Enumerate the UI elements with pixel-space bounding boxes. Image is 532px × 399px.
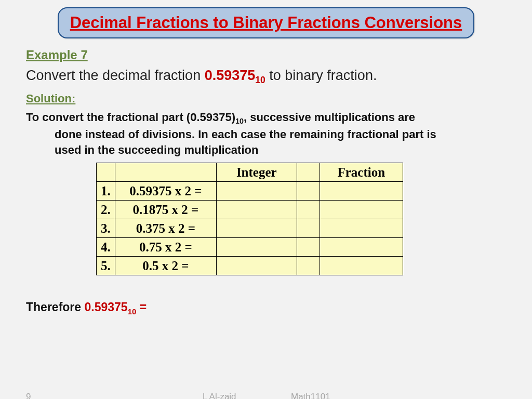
explanation: To convert the fractional part (0.59375)…: [26, 110, 506, 157]
solution-label: Solution:: [26, 92, 506, 105]
header-fraction: Fraction: [320, 163, 403, 182]
example-label: Example 7: [26, 48, 506, 62]
explain-l3: used in the succeeding multiplication: [26, 142, 506, 158]
row-num: 1.: [97, 182, 115, 201]
table-row: 1. 0.59375 x 2 =: [97, 182, 403, 201]
explain-l2: done instead of divisions. In each case …: [26, 127, 506, 142]
therefore-base: 10: [128, 307, 137, 316]
row-frac: [320, 219, 403, 238]
page-number: 9: [26, 392, 31, 399]
conversion-table: Integer Fraction 1. 0.59375 x 2 = 2. 0.1…: [96, 163, 403, 275]
row-frac: [320, 201, 403, 219]
table-row: 5. 0.5 x 2 =: [97, 257, 403, 275]
row-int: [216, 257, 297, 275]
header-integer: Integer: [216, 163, 297, 182]
row-int: [216, 238, 297, 257]
slide: Decimal Fractions to Binary Fractions Co…: [0, 0, 532, 399]
row-num: 5.: [97, 257, 115, 275]
course: Math1101: [291, 392, 330, 399]
row-int: [216, 182, 297, 201]
therefore-eq: =: [136, 300, 147, 314]
title-box: Decimal Fractions to Binary Fractions Co…: [58, 7, 475, 38]
slide-title: Decimal Fractions to Binary Fractions Co…: [70, 14, 462, 32]
row-expr: 0.5 x 2 =: [115, 257, 216, 275]
row-num: 4.: [97, 238, 115, 257]
convert-value: 0.59375: [205, 68, 256, 83]
therefore-label: Therefore: [26, 300, 84, 314]
author: L Al-zaid: [203, 392, 236, 399]
explain-l1a: To convert the fractional part (0.59375): [26, 111, 235, 124]
table-header-row: Integer Fraction: [97, 163, 403, 182]
therefore-value: 0.59375: [84, 300, 127, 314]
table-row: 2. 0.1875 x 2 =: [97, 201, 403, 219]
convert-base: 10: [255, 75, 265, 85]
table-row: 4. 0.75 x 2 =: [97, 238, 403, 257]
table-row: 3. 0.375 x 2 =: [97, 219, 403, 238]
convert-post: to binary fraction.: [265, 68, 377, 83]
row-frac: [320, 182, 403, 201]
therefore-line: Therefore 0.5937510 =: [26, 300, 506, 316]
row-expr: 0.375 x 2 =: [115, 219, 216, 238]
row-num: 2.: [97, 201, 115, 219]
explain-l1b: , successive multiplications are: [244, 111, 415, 124]
row-num: 3.: [97, 219, 115, 238]
problem-statement: Convert the decimal fraction 0.5937510 t…: [26, 68, 506, 86]
row-frac: [320, 238, 403, 257]
convert-pre: Convert the decimal fraction: [26, 68, 205, 83]
row-int: [216, 201, 297, 219]
row-expr: 0.1875 x 2 =: [115, 201, 216, 219]
explain-l1sub: 10: [235, 117, 244, 126]
row-int: [216, 219, 297, 238]
row-frac: [320, 257, 403, 275]
row-expr: 0.59375 x 2 =: [115, 182, 216, 201]
row-expr: 0.75 x 2 =: [115, 238, 216, 257]
